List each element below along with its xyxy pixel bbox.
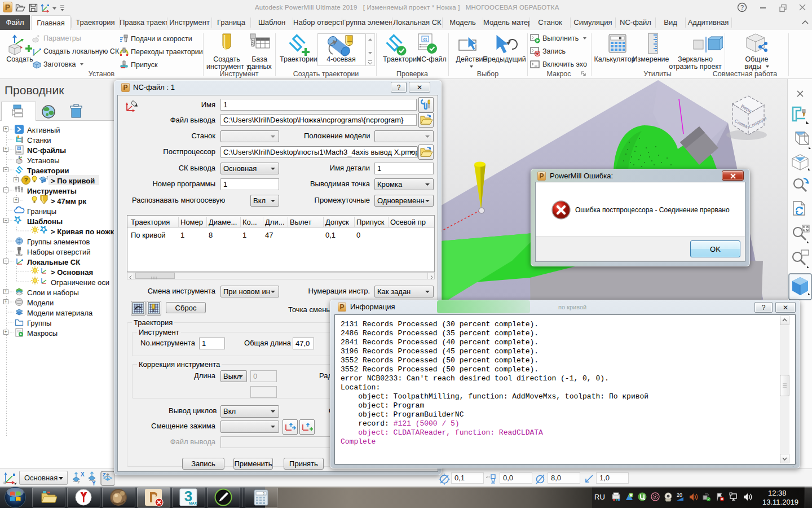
svg-text:Y: Y xyxy=(92,480,96,486)
svg-text:0: 0 xyxy=(263,492,264,495)
svg-text:G: G xyxy=(17,147,20,150)
svg-text:X: X xyxy=(81,471,85,478)
svg-text:Z: Z xyxy=(103,472,106,478)
svg-text:20: 20 xyxy=(677,492,682,498)
svg-text:?: ? xyxy=(740,4,744,11)
svg-text:MAX: MAX xyxy=(189,501,197,505)
svg-text:G: G xyxy=(423,37,427,42)
svg-text:?: ? xyxy=(24,177,28,183)
